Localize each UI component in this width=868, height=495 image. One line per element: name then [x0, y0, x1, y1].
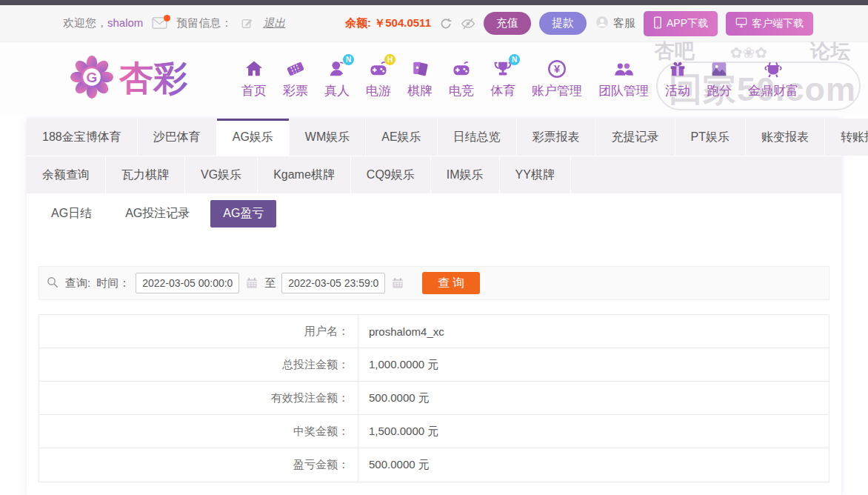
nav-item-label: 电竞	[449, 82, 474, 99]
tab-沙巴体育[interactable]: 沙巴体育	[138, 119, 217, 156]
nav-item-label: 账户管理	[532, 82, 582, 99]
edit-icon[interactable]	[241, 17, 254, 30]
reserved-info-label: 预留信息：	[176, 16, 232, 30]
tab-PT娱乐[interactable]: PT娱乐	[675, 119, 746, 156]
calendar-icon-start[interactable]	[245, 276, 258, 290]
tab-充提记录[interactable]: 充提记录	[596, 119, 675, 156]
nav-item-label: 棋牌	[407, 82, 433, 99]
nav-item-paofen[interactable]: 跑分	[698, 58, 740, 99]
gamepad-icon	[450, 58, 473, 80]
report-row: 中奖金额：1,500.0000 元	[39, 415, 829, 448]
tab-账变报表[interactable]: 账变报表	[746, 119, 825, 156]
nav-item-label: 活动	[665, 82, 690, 99]
app-download-button[interactable]: APP下载	[644, 11, 718, 36]
nav-item-lottery[interactable]: 彩票	[275, 58, 316, 99]
watermark-text-right: 论坛	[810, 38, 850, 64]
tab-188金宝博体育[interactable]: 188金宝博体育	[27, 119, 138, 156]
tab-余额查询[interactable]: 余额查询	[27, 156, 106, 193]
query-bar: 查询: 时间： 至 查 询	[39, 266, 829, 300]
new-badge: H	[384, 54, 395, 65]
tab-彩票报表[interactable]: 彩票报表	[517, 119, 596, 156]
nav-item-label: 首页	[241, 82, 267, 99]
site-header: 杏吧 ✿❀✿ 论坛 回家50.com	[0, 42, 868, 115]
withdraw-button[interactable]: 提款	[539, 12, 587, 35]
end-time-input[interactable]	[281, 273, 385, 293]
gift-icon	[666, 58, 690, 80]
nav-item-team[interactable]: 团队管理	[590, 58, 657, 99]
new-badge: N	[343, 54, 354, 65]
phone-icon	[653, 16, 662, 31]
nav-item-slots[interactable]: H电游	[358, 58, 399, 99]
nav-item-activity[interactable]: 活动	[657, 58, 698, 99]
subtab-AG盈亏[interactable]: AG盈亏	[210, 200, 276, 227]
nav-item-label: 真人	[324, 82, 350, 99]
nav-item-label: 跑分	[707, 82, 732, 99]
refresh-icon[interactable]	[439, 17, 453, 30]
start-time-input[interactable]	[136, 273, 239, 293]
utility-bar: 欢迎您，shalom 预留信息： 退出 余额: ￥504.0511 充值 提款 …	[0, 5, 868, 42]
tab-AE娱乐[interactable]: AE娱乐	[366, 119, 437, 156]
tab-转账报表[interactable]: 转账报表	[825, 119, 868, 156]
customer-service-link[interactable]: 客服	[595, 15, 635, 32]
svg-text:¥: ¥	[554, 63, 561, 75]
photo-icon	[707, 58, 731, 80]
tab-AG娱乐[interactable]: AG娱乐	[217, 119, 290, 156]
logout-link[interactable]: 退出	[263, 16, 285, 30]
report-row: 有效投注金额：500.0000 元	[39, 382, 829, 415]
client-download-button[interactable]: 客户端下载	[726, 12, 813, 36]
ticket-icon	[284, 58, 307, 80]
report-row-value: 500.0000 元	[358, 382, 829, 414]
nav-item-esports[interactable]: 电竞	[441, 58, 482, 99]
subtab-AG投注记录[interactable]: AG投注记录	[113, 200, 202, 227]
calendar-icon-end[interactable]	[391, 276, 404, 290]
tab-瓦力棋牌[interactable]: 瓦力棋牌	[106, 156, 185, 193]
eye-off-icon[interactable]	[461, 16, 475, 31]
nav-item-jinding[interactable]: 金鼎财富	[740, 58, 807, 99]
tabs-row-1: 188金宝博体育沙巴体育AG娱乐WM娱乐AE娱乐日结总览彩票报表充提记录PT娱乐…	[27, 119, 841, 156]
tab-日结总览[interactable]: 日结总览	[438, 119, 517, 156]
tabs-row-2: 余额查询瓦力棋牌VG娱乐Kgame棋牌CQ9娱乐IM娱乐YY棋牌	[27, 156, 841, 193]
nav-item-sports[interactable]: N体育	[482, 58, 524, 99]
report-row: 盈亏金额：500.0000 元	[39, 448, 829, 482]
report-row: 总投注金额：1,000.0000 元	[39, 348, 829, 382]
nav-item-live[interactable]: N真人	[316, 58, 358, 99]
service-person-icon	[595, 15, 610, 32]
main-panel: 188金宝博体育沙巴体育AG娱乐WM娱乐AE娱乐日结总览彩票报表充提记录PT娱乐…	[27, 119, 841, 495]
report-row-label: 用户名：	[39, 315, 358, 348]
gamepad-icon: H	[367, 58, 390, 80]
content-area: AG日结AG投注记录AG盈亏 查询: 时间： 至 查 询 用户名：proshal…	[27, 200, 841, 495]
query-submit-button[interactable]: 查 询	[422, 272, 480, 294]
time-label: 时间：	[96, 276, 130, 290]
report-row-label: 中奖金额：	[39, 415, 358, 448]
tab-VG娱乐[interactable]: VG娱乐	[185, 156, 258, 193]
tab-WM娱乐[interactable]: WM娱乐	[290, 119, 366, 156]
nav-item-label: 金鼎财富	[748, 82, 798, 99]
nav-item-label: 电游	[366, 82, 391, 99]
nav-item-label: 彩票	[283, 82, 308, 99]
report-row-label: 盈亏金额：	[39, 448, 358, 482]
tab-IM娱乐[interactable]: IM娱乐	[431, 156, 500, 193]
treasure-icon	[761, 58, 785, 80]
report-row-value: 500.0000 元	[358, 448, 829, 482]
tab-CQ9娱乐[interactable]: CQ9娱乐	[351, 156, 431, 193]
tab-Kgame棋牌[interactable]: Kgame棋牌	[258, 156, 351, 193]
report-row-value: 1,000.0000 元	[358, 348, 829, 381]
nav-item-board[interactable]: 棋牌	[399, 58, 441, 99]
subtabs: AG日结AG投注记录AG盈亏	[39, 200, 829, 227]
site-logo[interactable]: G 杏彩	[70, 56, 213, 102]
report-row: 用户名：proshalom4_xc	[39, 315, 829, 348]
nav-item-account[interactable]: ¥账户管理	[524, 58, 590, 99]
welcome-text: 欢迎您，shalom	[63, 16, 143, 30]
mail-icon[interactable]	[152, 17, 167, 30]
query-label: 查询:	[65, 276, 90, 290]
tab-YY棋牌[interactable]: YY棋牌	[500, 156, 571, 193]
search-icon	[46, 276, 59, 291]
subtab-AG日结[interactable]: AG日结	[39, 200, 104, 227]
recharge-button[interactable]: 充值	[484, 12, 531, 35]
balance: 余额: ￥504.0511	[345, 16, 431, 30]
coin-icon: ¥	[545, 58, 569, 80]
report-row-label: 有效投注金额：	[39, 382, 358, 414]
report-row-label: 总投注金额：	[39, 348, 358, 381]
cards-icon	[408, 58, 432, 80]
nav-item-home[interactable]: 首页	[233, 58, 275, 99]
